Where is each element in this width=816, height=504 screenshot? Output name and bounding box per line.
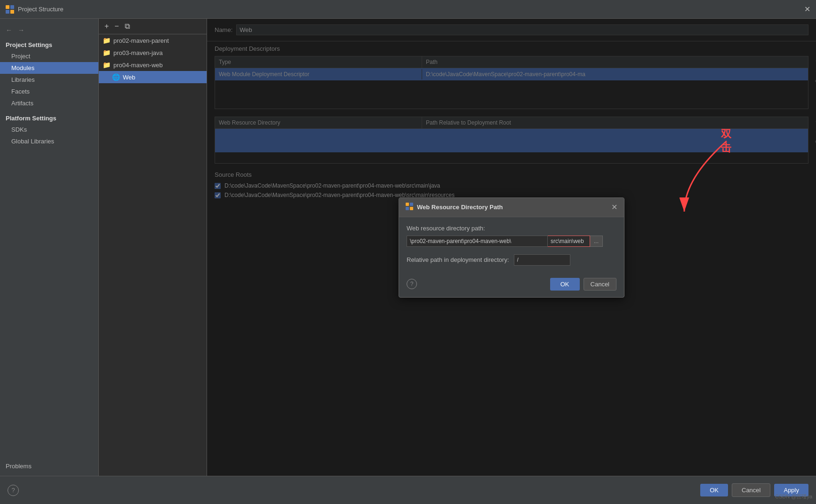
module-toolbar: + − ⧉ [99, 19, 207, 34]
bottom-bar: ? OK Cancel Apply [0, 476, 816, 504]
sidebar-item-facets[interactable]: Facets [0, 86, 98, 97]
cancel-button[interactable]: Cancel [732, 483, 770, 497]
web-resource-dialog: Web Resource Directory Path ✕ Web resour… [399, 197, 624, 298]
dialog-app-icon [406, 203, 413, 212]
dialog-ok-button[interactable]: OK [550, 278, 580, 291]
help-button[interactable]: ? [8, 485, 19, 496]
nav-forward-icon[interactable]: → [16, 25, 26, 35]
dialog-relative-input[interactable] [514, 254, 570, 266]
dialog-help-button[interactable]: ? [407, 279, 417, 289]
sidebar-item-sdks[interactable]: SDKs [0, 124, 98, 135]
platform-settings-label: Platform Settings [0, 109, 98, 124]
dialog-title: Web Resource Directory Path [417, 204, 611, 211]
module-item-web[interactable]: 🌐 Web [99, 71, 207, 83]
web-icon: 🌐 [112, 73, 120, 81]
bottom-left: ? [8, 485, 19, 496]
dialog-relative-row: Relative path in deployment directory: [407, 254, 616, 266]
svg-rect-5 [410, 203, 413, 206]
module-item-pro02[interactable]: 📁 pro02-maven-parent [99, 34, 207, 47]
module-item-pro04[interactable]: 📁 pro04-maven-web [99, 59, 207, 71]
folder-icon: 📁 [103, 61, 111, 69]
content-area: Name: Deployment Descriptors Type Path W… [207, 19, 816, 476]
module-item-pro03[interactable]: 📁 pro03-maven-java [99, 47, 207, 59]
watermark: CSDN @宫瑾ya [775, 493, 812, 500]
dialog-cancel-button[interactable]: Cancel [584, 278, 616, 291]
folder-icon: 📁 [103, 37, 111, 44]
svg-rect-2 [6, 10, 9, 14]
dialog-title-bar: Web Resource Directory Path ✕ [399, 198, 624, 217]
dialog-overlay: Web Resource Directory Path ✕ Web resour… [207, 19, 816, 476]
dialog-path-row: ... [407, 236, 616, 247]
sidebar-item-modules[interactable]: Modules [0, 62, 98, 74]
sidebar-item-global-libraries[interactable]: Global Libraries [0, 135, 98, 147]
svg-rect-7 [410, 207, 413, 210]
browse-button[interactable]: ... [590, 236, 603, 247]
sidebar-nav: ← → [0, 23, 98, 38]
sidebar-item-artifacts[interactable]: Artifacts [0, 97, 98, 109]
svg-rect-4 [406, 203, 409, 206]
dialog-path-label: Web resource directory path: [407, 225, 616, 232]
dialog-path-left-input[interactable] [407, 236, 548, 247]
nav-back-icon[interactable]: ← [4, 25, 14, 35]
project-settings-label: Project Settings [0, 38, 98, 50]
title-bar: Project Structure ✕ [0, 0, 816, 19]
svg-rect-3 [10, 10, 14, 14]
copy-module-button[interactable]: ⧉ [123, 22, 132, 31]
svg-rect-6 [406, 207, 409, 210]
dialog-path-highlighted-input[interactable] [548, 236, 590, 247]
sidebar-item-libraries[interactable]: Libraries [0, 74, 98, 86]
dialog-body: Web resource directory path: ... Relativ… [399, 217, 624, 266]
sidebar-item-project[interactable]: Project [0, 50, 98, 62]
dialog-close-button[interactable]: ✕ [611, 204, 617, 211]
app-icon [6, 5, 14, 14]
dialog-relative-label: Relative path in deployment directory: [407, 256, 509, 263]
window-title: Project Structure [18, 6, 64, 13]
dialog-footer: ? OK Cancel [399, 273, 624, 297]
module-panel: + − ⧉ 📁 pro02-maven-parent 📁 pro03-maven… [99, 19, 207, 476]
svg-rect-0 [6, 5, 9, 9]
close-icon[interactable]: ✕ [804, 6, 810, 13]
ok-button[interactable]: OK [700, 484, 728, 496]
remove-module-button[interactable]: − [112, 22, 120, 31]
add-module-button[interactable]: + [103, 22, 111, 31]
folder-icon: 📁 [103, 49, 111, 56]
svg-rect-1 [10, 5, 14, 9]
dialog-btn-row: OK Cancel [550, 278, 616, 291]
sidebar: ← → Project Settings Project Modules Lib… [0, 19, 99, 476]
sidebar-item-problems[interactable]: Problems [0, 459, 98, 472]
